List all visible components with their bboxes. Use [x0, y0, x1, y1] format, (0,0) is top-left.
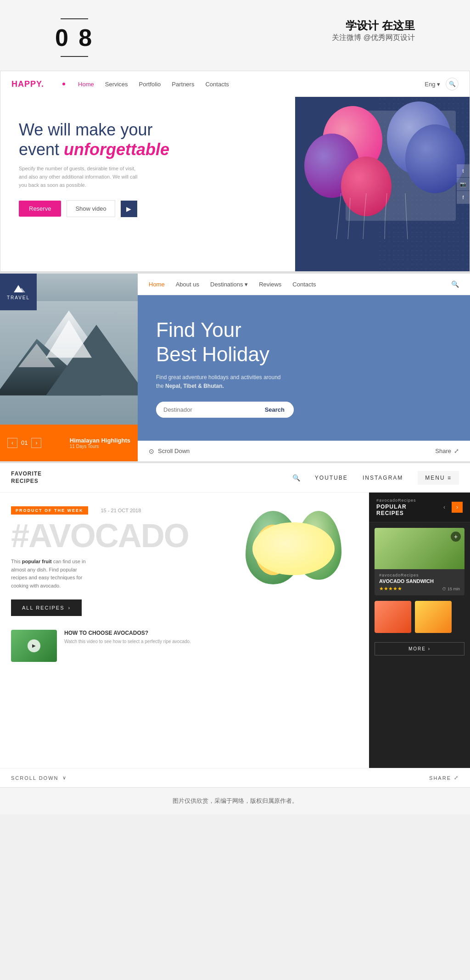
share-label: Share [435, 448, 451, 454]
sidebar-header-left: #avocadoRecipes POPULAR RECIPES [376, 498, 435, 516]
header-subtitle-cn: 关注微博 @优秀网页设计 [332, 33, 415, 43]
s3-chevron-down-icon: ∨ [62, 775, 67, 781]
nav2-home[interactable]: Home [149, 281, 165, 288]
destination-input[interactable] [156, 402, 256, 418]
sidebar-popular-label: POPULAR RECIPES [376, 504, 435, 516]
share-link[interactable]: Share ⤢ [435, 448, 459, 454]
s1-heading: We will make your event unforgettable [19, 120, 277, 159]
video-desc: Watch this video to see how to select a … [64, 638, 191, 645]
nav2-contacts[interactable]: Contacts [292, 281, 316, 288]
s3-share-label: SHARE [429, 775, 451, 781]
search-button[interactable]: Search [256, 402, 294, 418]
section2-travel: TRAVEL [0, 272, 470, 461]
header-line-bottom [61, 56, 88, 57]
s3-nav-right: 🔍 YOUTUBE INSTAGRAM MENU ≡ [292, 471, 459, 485]
avocado-right-half [296, 511, 341, 580]
nav1-partners[interactable]: Partners [172, 81, 194, 88]
twitter-social-btn[interactable]: t [457, 164, 470, 177]
tour-nav-arrows: ‹ 01 › [7, 438, 41, 448]
nav1-right: Eng ▾ 🔍 [425, 78, 459, 90]
nav1-portfolio[interactable]: Portfolio [139, 81, 161, 88]
scroll-down-link[interactable]: ⊙ Scroll Down [149, 448, 190, 455]
recipe-info-1: #avocadoRecipes AVOCADO SANDWICH ★★★★★ ⏱… [375, 569, 464, 595]
happy-logo: HAPPY. [11, 79, 44, 89]
video-info: HOW TO CHOOSE AVOCADOS? Watch this video… [64, 630, 191, 645]
orange-bar: ‹ 01 › Himalayan Highlights 11 Days Tour… [0, 425, 138, 461]
nav2-about[interactable]: About us [176, 281, 199, 288]
facebook-social-btn[interactable]: f [457, 191, 470, 204]
lang-selector[interactable]: Eng ▾ [425, 81, 440, 88]
sidebar-nav: ‹ › [439, 502, 463, 513]
section3-video: ▶ HOW TO CHOOSE AVOCADOS? Watch this vid… [11, 630, 358, 662]
nav2-right: 🔍 [451, 280, 459, 288]
section1-social: t 📷 f [457, 164, 470, 204]
s1-subtext: Specify the number of guests, desirable … [19, 165, 138, 189]
sidebar-header: #avocadoRecipes POPULAR RECIPES ‹ › [369, 493, 470, 522]
s3-scroll-down-link[interactable]: SCROLL DOWN ∨ [11, 775, 67, 781]
product-badge: PRODUCT OF THE WEEK [11, 506, 88, 515]
search-icon[interactable]: 🔍 [446, 78, 459, 90]
avocado-flesh-right [252, 522, 335, 575]
reserve-button[interactable]: Reserve [19, 201, 61, 217]
recipe-stars-1: ★★★★★ [379, 586, 402, 592]
all-recipes-button[interactable]: ALL RECIPES › [11, 599, 82, 616]
nav2-search-icon[interactable]: 🔍 [451, 280, 459, 288]
header-title-cn: 学设计 在这里 [332, 18, 415, 33]
tour-title: Himalayan Highlights [70, 437, 130, 444]
recipe-name-1: AVOCADO SANDWICH [379, 578, 460, 584]
nav1-links: Home Services Portfolio Partners Contact… [62, 81, 229, 88]
travel-logo-box: TRAVEL [0, 274, 37, 310]
balloon-4 [405, 124, 465, 193]
s1-highlight: unforgettable [64, 140, 169, 159]
s3-share-link[interactable]: SHARE ⤢ [429, 775, 459, 781]
play-button[interactable]: ▶ [121, 201, 137, 217]
section2-left: TRAVEL [0, 274, 138, 461]
nav1-home[interactable]: Home [78, 81, 94, 88]
more-recipes-button[interactable]: MORE › [375, 642, 464, 655]
tour-info: Himalayan Highlights 11 Days Tours [70, 437, 130, 449]
scroll-down-label: Scroll Down [158, 448, 190, 454]
nav2-destinations[interactable]: Destinations ▾ [210, 281, 248, 288]
travel-mountain-icon [11, 284, 25, 293]
top-header: 0 8 学设计 在这里 关注微博 @优秀网页设计 [0, 0, 470, 71]
nav2-reviews[interactable]: Reviews [259, 281, 281, 288]
tour-number: 01 [21, 439, 28, 446]
showvideo-button[interactable]: Show video [67, 200, 115, 217]
prev-tour-button[interactable]: ‹ [7, 438, 17, 448]
section3-body: PRODUCT OF THE WEEK 15 - 21 OCT 2018 #AV… [0, 493, 470, 768]
nav1-services[interactable]: Services [105, 81, 128, 88]
youtube-link[interactable]: YOUTUBE [315, 475, 348, 481]
section3-nav: FAVORITE RECIPES 🔍 YOUTUBE INSTAGRAM MEN… [0, 463, 470, 493]
s2-search-form: Search [156, 402, 294, 418]
recipe-image-1: + [375, 528, 464, 569]
arrow-right-icon: › [68, 605, 71, 610]
menu-button[interactable]: MENU ≡ [418, 471, 459, 485]
section2-right: Home About us Destinations ▾ Reviews Con… [138, 274, 470, 461]
s2-heading: Find Your Best Holiday [156, 318, 452, 367]
s2-heading-line2: Best Holiday [156, 342, 452, 367]
sidebar-next-btn[interactable]: › [452, 502, 463, 513]
clock-icon: ⏱ [442, 587, 446, 591]
sidebar-prev-btn[interactable]: ‹ [439, 502, 450, 513]
section1-happy: HAPPY. Home Services Portfolio Partners … [0, 71, 470, 272]
video-title: HOW TO CHOOSE AVOCADOS? [64, 630, 191, 636]
recipe-cards-row [375, 601, 464, 633]
video-thumbnail: ▶ [11, 630, 57, 662]
nav1-contacts[interactable]: Contacts [205, 81, 229, 88]
recipe-small-img-1 [375, 601, 411, 633]
instagram-link[interactable]: INSTAGRAM [363, 475, 403, 481]
instagram-social-btn[interactable]: 📷 [457, 178, 470, 190]
share-icon: ⤢ [454, 448, 459, 454]
section1-body: We will make your event unforgettable Sp… [0, 97, 470, 271]
header-line-top [61, 18, 88, 19]
s1-buttons: Reserve Show video ▶ [19, 200, 277, 217]
section1-left: We will make your event unforgettable Sp… [0, 97, 295, 271]
avocado-image [246, 511, 341, 584]
next-tour-button[interactable]: › [31, 438, 41, 448]
nav-dot [62, 83, 65, 85]
play-video-button[interactable]: ▶ [28, 639, 40, 652]
s3-search-icon[interactable]: 🔍 [292, 474, 300, 482]
recipe-add-button[interactable]: + [451, 532, 461, 542]
avocado-text: This popular fruit can find use in almos… [11, 558, 94, 590]
nav2-links: Home About us Destinations ▾ Reviews Con… [149, 281, 316, 288]
